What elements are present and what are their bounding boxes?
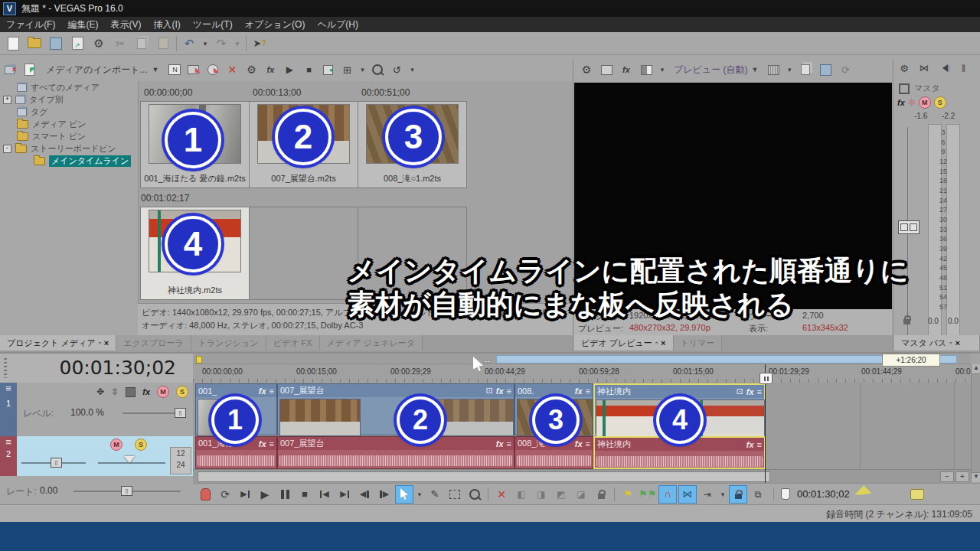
transport-timecode[interactable]: 00:01:30;02 [797,488,850,500]
event-fx-icon[interactable]: fx [746,440,754,449]
search-media-icon[interactable] [370,62,385,77]
mixer-settings-gear-icon[interactable]: ⚙ [897,61,911,75]
undo-icon[interactable]: ↶ [181,35,197,52]
copy-icon[interactable] [133,35,150,52]
video-track-header[interactable]: ≡ 1 ✥ ⇳ fx M S レベル: 100.0 % ▯ [0,383,193,437]
tree-item-by-type[interactable]: + タイプ別 [0,93,138,106]
mix-to-preview-icon[interactable] [908,485,926,504]
tab-media-generators[interactable]: メディア ジェネレータ [320,335,423,350]
zoom-in-button[interactable]: + [956,471,969,482]
master-solo-icon[interactable]: S [934,96,946,109]
menu-file[interactable]: ファイル(F) [0,18,61,31]
master-fader-handle[interactable] [898,220,920,234]
cursor-position-marker-icon[interactable] [780,485,791,504]
timeline-scroll-strip[interactable] [193,354,971,364]
float-window-icon[interactable]: ▫ [99,339,101,347]
auto-ripple-icon[interactable]: ⇥ [698,485,717,504]
event-menu-icon[interactable]: ≡ [507,439,511,448]
tree-item-smart-bin[interactable]: スマート ビン [0,130,138,142]
tab-transitions[interactable]: トランジション [191,335,266,350]
event-fx-icon[interactable]: fx [259,386,266,396]
audio-track-header[interactable]: ≡ 2 M S 12 24 ▯ [0,436,193,477]
audio-clip-2[interactable]: 007_展望台fx≡ [277,436,514,469]
go-to-start-icon[interactable]: ◀ [315,485,334,504]
tab-video-preview[interactable]: ビデオ プレビュー ▫ × [574,335,674,350]
expand-plus-icon[interactable]: + [3,96,11,104]
track-mute-icon[interactable]: M [110,439,122,451]
track-fx-icon[interactable]: fx [142,387,150,396]
new-project-icon[interactable] [5,35,21,52]
media-bin-icon[interactable]: ✕ [3,62,18,77]
render-as-icon[interactable]: ↗ [69,35,86,52]
menu-insert[interactable]: 挿入(I) [147,18,186,31]
tree-item-tags[interactable]: タグ [0,106,138,118]
preview-play-icon[interactable]: ▶ [282,62,297,77]
preview-quality-button[interactable]: プレビュー (自動)▼ [671,64,761,77]
fade-in-icon[interactable]: ◩ [552,485,570,504]
normal-edit-tool-icon[interactable] [395,485,413,504]
event-fx-icon[interactable]: fx [496,386,504,396]
save-snapshot-icon[interactable] [818,62,833,77]
tree-item-all-media[interactable]: すべてのメディア [0,81,138,93]
track-height-icon[interactable]: ⇳ [111,386,119,397]
edit-tool-dropdown-icon[interactable]: ▾ [415,485,424,504]
track-mute-icon[interactable]: M [157,386,169,398]
project-properties-icon[interactable] [599,62,614,77]
menu-options[interactable]: オプション(O) [239,18,312,31]
redo-dropdown-icon[interactable]: ▾ [234,35,241,52]
zoom-tool-icon[interactable] [466,485,484,504]
views-dropdown-icon[interactable]: ▾ [358,62,366,77]
auto-crossfade-icon[interactable]: ⋈ [678,485,697,504]
menu-edit[interactable]: 編集(E) [61,18,104,31]
compositing-mode-icon[interactable] [126,387,136,397]
ignore-grouping-icon[interactable]: ⧉ [749,485,767,504]
float-window-icon[interactable]: ▫ [655,339,658,347]
refresh-dropdown-icon[interactable]: ▾ [408,62,416,77]
loop-playback-icon[interactable]: ⟳ [216,485,234,504]
playhead-marker[interactable] [760,373,773,384]
collapse-minus-icon[interactable]: - [3,145,11,153]
event-crop-icon[interactable]: ⊡ [486,386,493,396]
event-fx-icon[interactable]: fx [575,386,583,396]
trim-end-icon[interactable]: ◨ [532,485,550,504]
track-motion-icon[interactable]: ✥ [96,386,104,397]
v-scroll-down-arrow[interactable]: ▼ [972,472,980,482]
overlays-grid-icon[interactable] [766,62,781,77]
tree-item-media-bin[interactable]: メディア ビン [0,118,138,130]
copy-snapshot-icon[interactable] [798,62,813,77]
insert-marker-icon[interactable]: ⚑ [619,485,637,504]
refresh-icon[interactable]: ↺ [389,62,404,77]
timecode-display[interactable]: 00:01:30;02 [0,354,193,383]
close-tab-icon[interactable]: × [661,338,665,347]
event-fx-icon[interactable]: fx [746,387,754,396]
float-window-icon[interactable]: ▫ [949,339,952,347]
menu-view[interactable]: 表示(V) [104,18,147,31]
record-icon[interactable] [196,485,214,504]
photo-import-icon[interactable]: N [167,62,182,77]
h-scroll-thumb[interactable] [198,471,770,482]
play-icon[interactable]: ▶ [256,485,274,504]
v-scroll-up-arrow[interactable]: ▲ [972,364,980,374]
timeline-v-scrollbar[interactable]: ▲ ▼ [971,364,980,482]
stop-icon[interactable]: ■ [296,485,314,504]
video-output-fx-icon[interactable]: fx [619,62,634,77]
event-menu-icon[interactable]: ≡ [586,386,590,396]
insert-region-icon[interactable]: ⚑⚑ [639,485,657,504]
volume-slider-handle[interactable]: ▯ [51,458,62,468]
tab-project-media[interactable]: プロジェクト メディア ▫ × [0,335,116,350]
preview-stop-icon[interactable]: ■ [301,62,316,77]
play-from-start-icon[interactable]: ▶ [236,485,254,504]
undo-dropdown-icon[interactable]: ▾ [201,35,209,52]
tab-trimmer[interactable]: トリマー [674,335,723,350]
tab-master-bus[interactable]: マスタ バス ▫ × [894,335,980,350]
properties-gear-icon[interactable]: ⚙ [90,35,107,52]
media-properties-icon[interactable]: ⚙ [243,62,259,77]
tab-explorer[interactable]: エクスプローラ [116,335,191,350]
selection-tool-icon[interactable] [446,485,464,504]
auto-preview-icon[interactable]: ● [320,62,335,77]
event-menu-icon[interactable]: ≡ [757,440,762,449]
next-frame-icon[interactable]: ▶ [375,485,394,504]
timeline-ruler[interactable]: 00:00:00;00 00:00:15;00 00:00:29;29 00:0… [193,364,971,383]
split-screen-dropdown-icon[interactable]: ▾ [658,62,666,77]
event-menu-icon[interactable]: ≡ [586,439,590,448]
